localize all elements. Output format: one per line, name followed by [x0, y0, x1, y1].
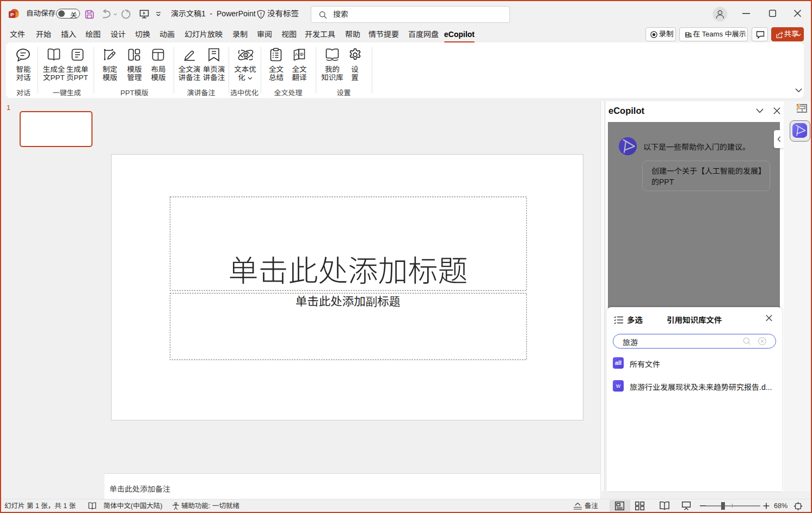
svg-text:Φ: Φ: [300, 52, 304, 57]
svg-text:A: A: [295, 52, 298, 57]
svg-text:P: P: [10, 11, 14, 17]
